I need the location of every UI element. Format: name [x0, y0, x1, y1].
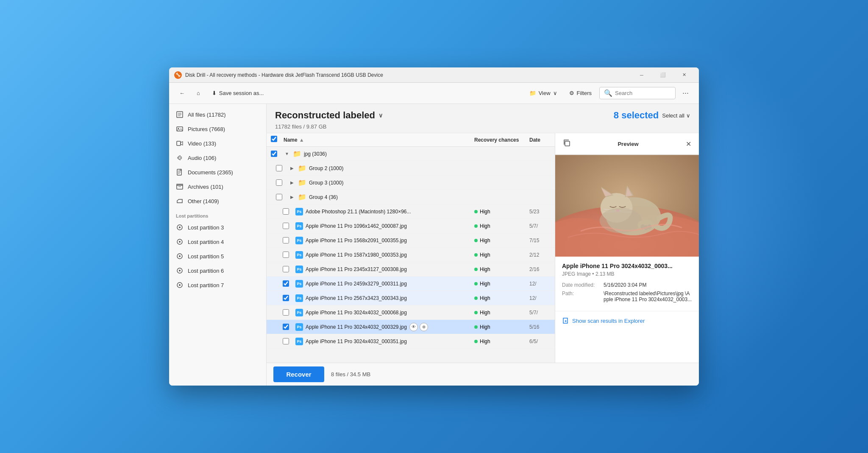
row-checkbox[interactable]: [283, 237, 289, 243]
select-all-checkbox[interactable]: [271, 136, 277, 142]
expand-icon[interactable]: ▶: [289, 194, 295, 201]
sidebar-item-archives[interactable]: Archives (101): [169, 179, 266, 194]
table-row[interactable]: ▶ 📁 Group 3 (1000): [267, 176, 555, 190]
sidebar-item-lp6[interactable]: Lost partition 6: [169, 263, 266, 278]
header-name: Name ▲: [284, 137, 474, 143]
sidebar-item-pictures[interactable]: Pictures (7668): [169, 122, 266, 136]
maximize-button[interactable]: ⬜: [653, 69, 673, 81]
table-row[interactable]: Ps Apple iPhone 11 Pro 2567x3423_000343.…: [267, 291, 555, 305]
row-checkbox[interactable]: [283, 208, 289, 215]
table-row[interactable]: Ps Adobe Photoshop 21.1 (Macintosh) 1280…: [267, 204, 555, 219]
file-name-text: Group 4 (36): [309, 194, 338, 200]
search-input[interactable]: [615, 90, 671, 96]
row-checkbox[interactable]: [276, 179, 282, 186]
recover-button[interactable]: Recover: [273, 366, 324, 382]
recovery-text: High: [480, 266, 490, 272]
ps-icon: Ps: [295, 323, 303, 331]
table-row[interactable]: Ps Apple iPhone 11 Pro 1587x1980_000353.…: [267, 248, 555, 262]
recovery-text: High: [480, 324, 490, 330]
ps-icon: Ps: [295, 208, 303, 215]
filters-button[interactable]: ⚙ Filters: [565, 87, 596, 99]
row-date: 2/16: [529, 266, 551, 272]
row-checkbox-cell: [276, 165, 289, 171]
close-button[interactable]: ✕: [674, 69, 694, 81]
title-dropdown-icon[interactable]: ∨: [378, 112, 383, 119]
minimize-button[interactable]: ─: [632, 69, 651, 81]
preview-info: Apple iPhone 11 Pro 3024x4032_0003... JP…: [555, 257, 699, 311]
sidebar-item-lp4[interactable]: Lost partition 4: [169, 235, 266, 249]
row-name: Ps Apple iPhone 11 Pro 1587x1980_000353.…: [295, 251, 474, 259]
preview-header: Preview ✕: [555, 133, 699, 155]
row-checkbox-cell: [271, 151, 284, 157]
row-name: Ps Apple iPhone 11 Pro 2345x3127_000308.…: [295, 266, 474, 273]
file-name-text: jpg (3036): [304, 151, 327, 157]
file-list: Name ▲ Recovery chances Date ▼ 📁: [267, 133, 555, 363]
sidebar-item-documents[interactable]: Documents (2365): [169, 165, 266, 179]
save-session-button[interactable]: ⬇ Save session as...: [209, 87, 267, 99]
audio-icon: [176, 154, 184, 162]
expand-icon[interactable]: ▶: [289, 179, 295, 186]
table-row[interactable]: Ps Apple iPhone 11 Pro 3024x4032_000351.…: [267, 334, 555, 349]
sidebar-label-lp7: Lost partition 7: [188, 282, 224, 288]
more-button[interactable]: ···: [679, 87, 692, 99]
info-action-button[interactable]: ⊕: [420, 323, 428, 331]
row-checkbox-cell: [276, 194, 289, 200]
expand-icon[interactable]: ▶: [289, 165, 295, 172]
sidebar-label-lp6: Lost partition 6: [188, 268, 224, 274]
table-row[interactable]: Ps Apple iPhone 11 Pro 1096x1462_000087.…: [267, 219, 555, 233]
sidebar-item-lp7[interactable]: Lost partition 7: [169, 278, 266, 292]
lp4-icon: [176, 238, 184, 246]
preview-action-button[interactable]: 👁: [409, 323, 418, 331]
row-checkbox[interactable]: [283, 338, 289, 344]
sort-icon[interactable]: ▲: [299, 137, 304, 143]
row-checkbox[interactable]: [271, 151, 277, 157]
file-name-text: Apple iPhone 11 Pro 2459x3279_000311.jpg: [306, 281, 407, 287]
row-date: 5/7/: [529, 223, 551, 229]
sidebar-item-other[interactable]: Other (1409): [169, 194, 266, 208]
row-checkbox[interactable]: [283, 280, 289, 287]
all-files-icon: [176, 111, 184, 118]
expand-icon[interactable]: ▼: [284, 151, 290, 157]
row-checkbox[interactable]: [283, 309, 289, 316]
row-checkbox[interactable]: [283, 324, 289, 330]
table-row[interactable]: ▶ 📁 Group 2 (1000): [267, 161, 555, 176]
row-name: ▶ 📁 Group 3 (1000): [289, 179, 474, 187]
table-row[interactable]: Ps Apple iPhone 11 Pro 3024x4032_000068.…: [267, 305, 555, 320]
table-row[interactable]: ▼ 📁 jpg (3036): [267, 147, 555, 161]
file-name-text: Apple iPhone 11 Pro 1096x1462_000087.jpg: [306, 223, 407, 229]
table-row[interactable]: Ps Apple iPhone 11 Pro 2459x3279_000311.…: [267, 277, 555, 291]
row-checkbox[interactable]: [283, 223, 289, 229]
sidebar-label-lp4: Lost partition 4: [188, 239, 224, 245]
row-checkbox[interactable]: [283, 266, 289, 272]
show-in-explorer-button[interactable]: Show scan results in Explorer: [555, 311, 699, 330]
sidebar-item-lp5[interactable]: Lost partition 5: [169, 249, 266, 263]
documents-icon: [176, 168, 184, 176]
sidebar-item-lp3[interactable]: Lost partition 3: [169, 220, 266, 235]
content-title: Reconstructed labeled ∨: [275, 110, 383, 121]
sidebar-label-pictures: Pictures (7668): [188, 126, 225, 132]
row-recovery: High: [474, 281, 529, 287]
row-checkbox-cell: [283, 252, 295, 258]
row-checkbox[interactable]: [283, 252, 289, 258]
row-checkbox[interactable]: [283, 295, 289, 301]
sidebar-item-video[interactable]: Video (133): [169, 136, 266, 151]
recovery-dot: [474, 239, 478, 242]
sidebar-item-audio[interactable]: Audio (106): [169, 151, 266, 165]
row-checkbox[interactable]: [276, 165, 282, 171]
file-name-text: Apple iPhone 11 Pro 3024x4032_000351.jpg: [306, 338, 407, 344]
row-date: 5/23: [529, 209, 551, 215]
select-all-button[interactable]: Select all ∨: [662, 112, 690, 119]
table-row[interactable]: ▶ 📁 Group 4 (36): [267, 190, 555, 204]
home-button[interactable]: ⌂: [193, 87, 203, 99]
table-row[interactable]: Ps Apple iPhone 11 Pro 1568x2091_000355.…: [267, 233, 555, 248]
table-row[interactable]: Ps Apple iPhone 11 Pro 3024x4032_000329.…: [267, 320, 555, 334]
copy-button[interactable]: [561, 137, 572, 150]
sidebar-item-all-files[interactable]: All files (11782): [169, 107, 266, 122]
back-button[interactable]: ←: [176, 87, 188, 99]
row-checkbox[interactable]: [276, 194, 282, 200]
view-button[interactable]: 📁 View ∨: [525, 87, 562, 99]
table-row[interactable]: Ps Apple iPhone 11 Pro 2345x3127_000308.…: [267, 262, 555, 277]
close-preview-button[interactable]: ✕: [684, 138, 693, 150]
lp3-icon: [176, 224, 184, 231]
preview-panel: Preview ✕: [555, 133, 699, 363]
